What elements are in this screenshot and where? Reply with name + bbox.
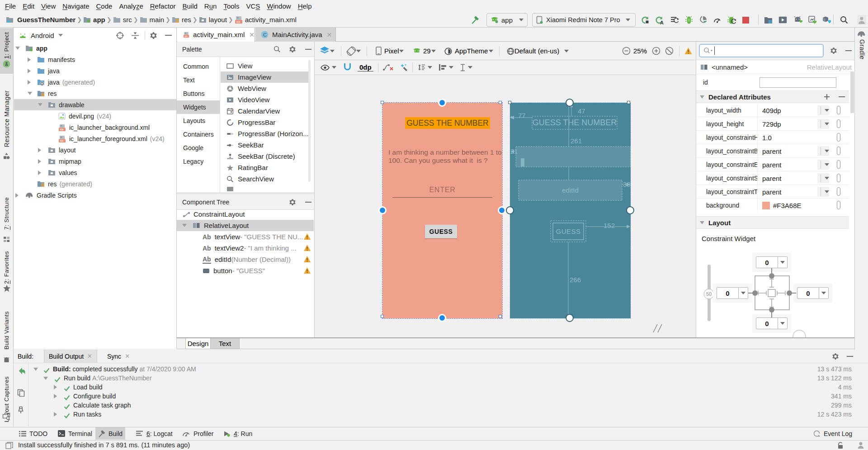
svg-text:<>: <> — [184, 35, 187, 38]
svg-text:<>: <> — [60, 128, 64, 131]
svg-text:C: C — [263, 32, 267, 38]
svg-text:A: A — [660, 19, 664, 24]
svg-text:50: 50 — [706, 291, 712, 297]
svg-text:<>: <> — [60, 139, 64, 142]
svg-text:<>: <> — [236, 20, 240, 24]
